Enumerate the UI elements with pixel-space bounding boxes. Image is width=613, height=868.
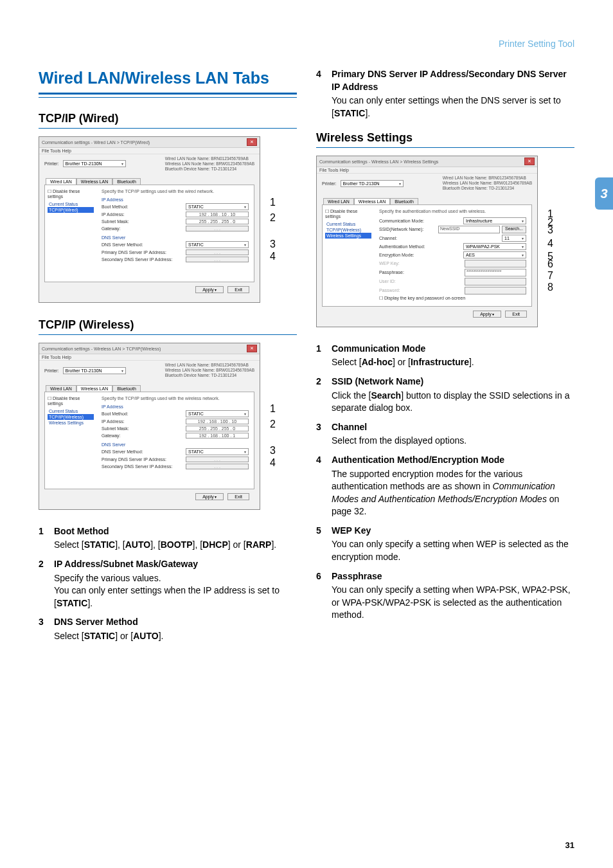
apply-button[interactable]: Apply bbox=[195, 286, 224, 293]
ssid-input[interactable]: NewSSID bbox=[438, 226, 500, 233]
exit-button[interactable]: Exit bbox=[227, 286, 249, 293]
gateway-input[interactable]: 192 . 168 . 100 . 1 bbox=[186, 433, 249, 439]
auth-dropdown[interactable]: WPA/WPA2-PSK bbox=[463, 243, 526, 250]
group-dns: DNS Server bbox=[102, 235, 249, 240]
subheading-tcpip-wired: TCP/IP (Wired) bbox=[39, 112, 297, 129]
item-title: DNS Server Method bbox=[54, 617, 138, 627]
item-number: 1 bbox=[39, 525, 44, 538]
disable-checkbox[interactable]: ☐ Disable these settings bbox=[48, 396, 94, 406]
side-tcpip-wireless[interactable]: TCP/IP(Wireless) bbox=[325, 227, 371, 233]
boot-dropdown[interactable]: STATIC bbox=[186, 203, 249, 210]
item-number: 5 bbox=[316, 525, 321, 538]
ip-input[interactable]: 192 . 168 . 10 . 10 bbox=[186, 212, 249, 217]
field-gateway: Gateway: bbox=[102, 433, 121, 438]
field-channel: Channel: bbox=[379, 236, 397, 240]
exit-button[interactable]: Exit bbox=[227, 493, 249, 500]
tab-bluetooth[interactable]: Bluetooth bbox=[390, 198, 418, 204]
tab-wireless[interactable]: Wireless LAN bbox=[76, 178, 112, 185]
item-title: Boot Method bbox=[54, 526, 109, 536]
boot-dropdown[interactable]: STATIC bbox=[186, 410, 249, 417]
list-item: 4 Primary DNS Server IP Address/Secondar… bbox=[316, 68, 574, 120]
side-current[interactable]: Current Status bbox=[325, 221, 371, 227]
dns-primary-input[interactable]: . . . bbox=[186, 457, 249, 462]
field-dns-method: DNS Server Method: bbox=[102, 449, 143, 454]
close-icon[interactable]: ✕ bbox=[247, 138, 257, 146]
side-current[interactable]: Current Status bbox=[48, 408, 94, 414]
comm-mode-dropdown[interactable]: Infrastructure bbox=[463, 217, 526, 224]
field-pass: Passphrase: bbox=[379, 270, 404, 275]
item-number: 4 bbox=[316, 68, 321, 81]
item-body: The supported encryption modes for the v… bbox=[332, 468, 574, 518]
dns-secondary-input[interactable]: . . . bbox=[186, 464, 249, 469]
tab-wireless[interactable]: Wireless LAN bbox=[354, 198, 390, 204]
tab-wired[interactable]: Wired LAN bbox=[323, 198, 354, 204]
printer-dropdown[interactable]: Brother TD-2130N bbox=[63, 367, 126, 374]
menubar[interactable]: File Tools Help bbox=[39, 148, 260, 154]
printer-label: Printer: bbox=[44, 161, 59, 166]
tab-wired[interactable]: Wired LAN bbox=[46, 385, 76, 392]
group-ip: IP Address bbox=[102, 197, 249, 202]
dns-secondary-input[interactable]: . . . bbox=[186, 257, 249, 262]
tab-wired[interactable]: Wired LAN bbox=[46, 178, 76, 185]
tab-bluetooth[interactable]: Bluetooth bbox=[112, 385, 141, 392]
node-info: Wired LAN Node Name: BRN0123456789AB Wir… bbox=[443, 176, 532, 190]
left-numbered-list: 1 Boot Method Select [STATIC], [AUTO], [… bbox=[39, 525, 297, 643]
side-tcpip-wired[interactable]: TCP/IP(Wired) bbox=[48, 207, 94, 213]
display-kp-checkbox[interactable]: ☐ Display the key and password on-screen bbox=[379, 296, 465, 301]
side-wireless-settings[interactable]: Wireless Settings bbox=[325, 233, 371, 239]
dialog-title: Communication settings - Wireless LAN > … bbox=[319, 159, 438, 164]
item-body: You can only specify a setting when WEP … bbox=[332, 538, 574, 563]
menubar[interactable]: File Tools Help bbox=[317, 167, 537, 174]
list-item: 1 Communication Mode Select [Ad-hoc] or … bbox=[316, 343, 574, 369]
right-numbered-list: 1 Communication Mode Select [Ad-hoc] or … bbox=[316, 343, 574, 622]
search-button[interactable]: Search... bbox=[502, 226, 526, 233]
side-wireless-settings[interactable]: Wireless Settings bbox=[48, 420, 94, 426]
group-dns: DNS Server bbox=[102, 442, 249, 447]
channel-dropdown[interactable]: 11 bbox=[502, 235, 526, 242]
item-number: 4 bbox=[316, 454, 321, 467]
item-title: WEP Key bbox=[332, 525, 371, 536]
close-icon[interactable]: ✕ bbox=[524, 158, 535, 165]
item-number: 2 bbox=[316, 375, 321, 388]
field-ip: IP Address: bbox=[102, 212, 125, 217]
tab-wireless[interactable]: Wireless LAN bbox=[76, 385, 112, 392]
field-ssid: SSID(Network Name): bbox=[379, 227, 423, 231]
apply-button[interactable]: Apply bbox=[473, 311, 501, 318]
field-subnet: Subnet Mask: bbox=[102, 219, 129, 224]
tab-bluetooth[interactable]: Bluetooth bbox=[112, 178, 141, 185]
list-item: 6 Passphrase You can only specify a sett… bbox=[316, 570, 574, 622]
dialog-titlebar: Communication settings - Wireless LAN > … bbox=[39, 343, 260, 354]
dns-method-dropdown[interactable]: STATIC bbox=[186, 241, 249, 248]
password-input[interactable] bbox=[465, 287, 526, 294]
item-body: Specify the various values. You can only… bbox=[54, 572, 297, 610]
pass-input[interactable]: ******************** bbox=[465, 269, 526, 276]
list-item: 2 IP Address/Subnet Mask/Gateway Specify… bbox=[39, 558, 297, 610]
subnet-input[interactable]: 255 . 255 . 255 . 0 bbox=[186, 219, 249, 224]
apply-button[interactable]: Apply bbox=[195, 493, 224, 500]
dns-primary-input[interactable]: . . . bbox=[186, 249, 249, 255]
side-current[interactable]: Current Status bbox=[48, 201, 94, 207]
gateway-input[interactable]: . . . bbox=[186, 226, 249, 231]
printer-dropdown[interactable]: Brother TD-2130N bbox=[341, 180, 404, 187]
item-number: 6 bbox=[316, 570, 321, 583]
disable-checkbox[interactable]: ☐ Disable these settings bbox=[48, 189, 94, 199]
userid-input[interactable] bbox=[465, 278, 526, 285]
list-item: 3 DNS Server Method Select [STATIC] or [… bbox=[39, 616, 297, 642]
dns-method-dropdown[interactable]: STATIC bbox=[186, 448, 249, 455]
subnet-input[interactable]: 255 . 255 . 255 . 0 bbox=[186, 426, 249, 431]
field-dns-secondary: Secondary DNS Server IP Address: bbox=[102, 464, 172, 469]
menubar[interactable]: File Tools Help bbox=[39, 354, 260, 361]
exit-button[interactable]: Exit bbox=[505, 311, 527, 318]
enc-dropdown[interactable]: AES bbox=[463, 251, 526, 258]
disable-checkbox[interactable]: ☐ Disable these settings bbox=[325, 209, 371, 219]
field-dns-primary: Primary DNS Server IP Address: bbox=[102, 457, 166, 462]
close-icon[interactable]: ✕ bbox=[247, 345, 257, 352]
right-top-list: 4 Primary DNS Server IP Address/Secondar… bbox=[316, 68, 574, 120]
ip-input[interactable]: 192 . 168 . 100 . 10 bbox=[186, 419, 249, 424]
side-tcpip-wireless[interactable]: TCP/IP(Wireless) bbox=[48, 414, 94, 420]
dialog-wired: Communication settings - Wired LAN > TCP… bbox=[39, 136, 260, 303]
printer-dropdown[interactable]: Brother TD-2130N bbox=[63, 160, 126, 167]
field-dns-primary: Primary DNS Server IP Address: bbox=[102, 250, 166, 255]
wep-input[interactable] bbox=[465, 260, 526, 267]
list-item: 4 Authentication Method/Encryption Mode … bbox=[316, 454, 574, 518]
